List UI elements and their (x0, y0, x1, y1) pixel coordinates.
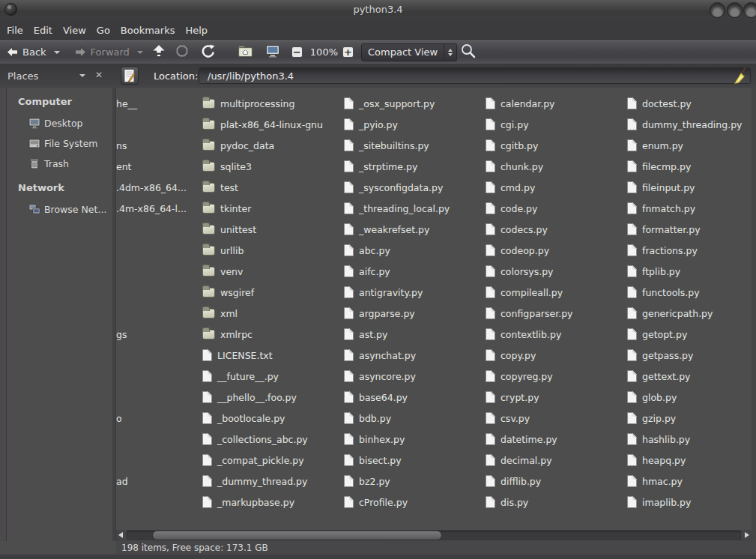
file-item[interactable]: _weakrefset.py (344, 220, 429, 239)
file-item[interactable]: _collections_abc.py (202, 429, 308, 449)
file-item[interactable]: _markupbase.py (202, 492, 294, 512)
file-item[interactable]: abc.py (344, 241, 390, 260)
places-panel-label[interactable]: Places (7, 70, 38, 82)
file-item[interactable]: getpass.py (627, 345, 693, 365)
file-item-clipped[interactable]: he__ (116, 94, 137, 113)
file-item[interactable]: decimal.py (486, 450, 552, 470)
view-mode-select[interactable]: Compact View (361, 43, 457, 61)
clear-location-brush-icon[interactable] (733, 67, 748, 84)
folder-item[interactable]: multiprocessing (202, 94, 294, 113)
folder-item[interactable]: plat-x86_64-linux-gnu (202, 115, 323, 134)
file-item[interactable]: calendar.py (486, 94, 555, 113)
folder-item[interactable]: wsgiref (202, 282, 254, 302)
file-item[interactable]: formatter.py (627, 220, 701, 239)
location-input[interactable]: /usr/lib/python3.4 (199, 67, 751, 84)
file-item[interactable]: _sysconfigdata.py (344, 178, 443, 197)
file-item[interactable]: fnmatch.py (627, 199, 695, 218)
file-item[interactable]: cgitb.py (486, 136, 538, 155)
file-item[interactable]: heapq.py (627, 450, 686, 470)
file-item[interactable]: __phello__.foo.py (202, 387, 297, 407)
file-item[interactable]: bz2.py (344, 471, 390, 491)
file-item[interactable]: crypt.py (486, 387, 539, 407)
stop-button[interactable] (176, 45, 188, 60)
file-item[interactable]: cProfile.py (344, 492, 408, 512)
file-item-clipped[interactable]: ent (116, 157, 132, 176)
file-item[interactable]: _strptime.py (344, 157, 417, 176)
file-item[interactable]: aifc.py (344, 262, 390, 281)
file-item[interactable]: chunk.py (486, 157, 543, 176)
scroll-right-arrow-icon[interactable] (745, 532, 749, 538)
folder-item[interactable]: xmlrpc (202, 324, 252, 344)
file-item[interactable]: cgi.py (486, 115, 529, 134)
file-item[interactable]: compileall.py (486, 282, 563, 302)
file-item[interactable]: hmac.py (627, 471, 683, 491)
folder-item[interactable]: tkinter (202, 199, 251, 218)
file-item[interactable]: _osx_support.py (344, 94, 435, 113)
reload-button[interactable] (202, 44, 215, 61)
file-item[interactable]: _dummy_thread.py (202, 471, 307, 491)
file-item[interactable]: colorsys.py (486, 262, 554, 281)
file-item[interactable]: dummy_threading.py (627, 115, 742, 134)
folder-item[interactable]: test (202, 178, 238, 197)
file-item[interactable]: ast.py (344, 324, 387, 344)
file-item-clipped[interactable]: .4m-x86_64-l... (116, 199, 187, 218)
folder-item[interactable]: urllib (202, 241, 244, 260)
folder-item[interactable]: xml (202, 303, 238, 323)
file-item[interactable]: difflib.py (486, 471, 541, 491)
file-item[interactable]: getopt.py (627, 324, 687, 344)
back-button[interactable]: Back (6, 46, 60, 58)
file-item[interactable]: _bootlocale.py (202, 408, 285, 428)
places-dropdown-caret[interactable] (79, 74, 85, 77)
file-item[interactable]: copy.py (486, 345, 536, 365)
file-item[interactable]: fractions.py (627, 241, 698, 260)
file-item[interactable]: __future__.py (202, 366, 279, 386)
file-item[interactable]: fileinput.py (627, 178, 695, 197)
file-item[interactable]: cmd.py (486, 178, 535, 197)
file-item[interactable]: binhex.py (344, 429, 405, 449)
file-item[interactable]: _sitebuiltins.py (344, 136, 429, 155)
file-item[interactable]: _threading_local.py (344, 199, 450, 218)
file-item[interactable]: _compat_pickle.py (202, 450, 304, 470)
file-item[interactable]: argparse.py (344, 303, 415, 323)
menu-help[interactable]: Help (180, 20, 213, 40)
minimize-button[interactable] (710, 2, 725, 18)
folder-item[interactable]: pydoc_data (202, 136, 274, 155)
file-item[interactable]: configparser.py (486, 303, 572, 323)
file-item-clipped[interactable]: o (116, 408, 122, 428)
file-item[interactable]: genericpath.py (627, 303, 713, 323)
menu-go[interactable]: Go (91, 20, 115, 40)
file-item[interactable]: asyncore.py (344, 366, 416, 386)
edit-location-button[interactable] (121, 67, 139, 85)
close-button[interactable] (743, 2, 756, 18)
file-item[interactable]: LICENSE.txt (202, 345, 273, 365)
folder-item[interactable]: sqlite3 (202, 157, 252, 176)
scrollbar-thumb[interactable] (152, 531, 442, 540)
file-item[interactable]: imaplib.py (627, 492, 691, 512)
zoom-in-button[interactable]: + (342, 46, 354, 58)
sidebar-item-desktop[interactable]: Desktop (7, 113, 112, 133)
file-item[interactable]: base64.py (344, 387, 408, 407)
file-item[interactable]: antigravity.py (344, 282, 423, 302)
file-item[interactable]: bdb.py (344, 408, 391, 428)
file-item[interactable]: gzip.py (627, 408, 676, 428)
home-button[interactable] (238, 45, 252, 60)
forward-button[interactable]: Forward (74, 46, 143, 58)
file-item[interactable]: asynchat.py (344, 345, 416, 365)
file-item[interactable]: dis.py (486, 492, 528, 512)
sidebar-item-trash[interactable]: Trash (7, 154, 112, 174)
zoom-out-button[interactable]: − (291, 46, 303, 58)
places-close-icon[interactable]: ✕ (95, 70, 103, 80)
file-item-clipped[interactable]: gs (116, 324, 127, 344)
file-item[interactable]: datetime.py (486, 429, 557, 449)
folder-item[interactable]: venv (202, 262, 243, 281)
menu-view[interactable]: View (58, 20, 91, 40)
file-item[interactable]: contextlib.py (486, 324, 561, 344)
file-item[interactable]: code.py (486, 199, 537, 218)
file-item[interactable]: bisect.py (344, 450, 402, 470)
maximize-button[interactable] (727, 2, 743, 18)
up-button[interactable] (151, 44, 166, 60)
file-item[interactable]: glob.py (627, 387, 677, 407)
menu-edit[interactable]: Edit (28, 20, 58, 40)
file-item[interactable]: gettext.py (627, 366, 691, 386)
file-item[interactable]: csv.py (486, 408, 530, 428)
